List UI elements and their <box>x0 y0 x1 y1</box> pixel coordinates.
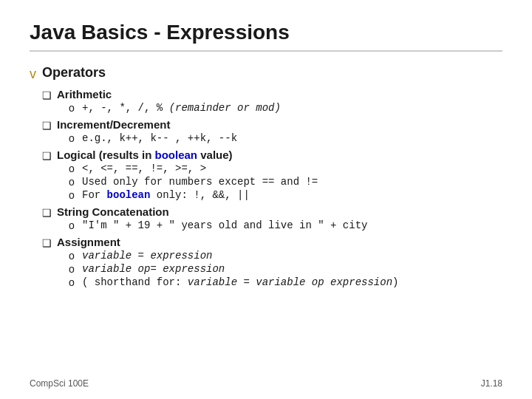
logical-text3: For boolean only: !, &&, || <box>82 189 250 201</box>
logical-o1: o <, <=, ==, !=, >=, > <box>57 163 318 174</box>
o-bullet: o <box>69 102 78 114</box>
string-title: String Concatenation <box>57 205 367 218</box>
logical-text2: Used only for numbers except == and != <box>82 176 318 188</box>
assignment-o1: o variable = expression <box>57 250 398 262</box>
slide-title: Java Basics - Expressions <box>30 21 502 52</box>
assignment-o3: o ( shorthand for: variable = variable o… <box>57 276 398 288</box>
assignment-text2: variable op= expression <box>82 263 225 275</box>
square-bullet-assignment: ❑ <box>42 237 52 249</box>
square-bullet-arithmetic: ❑ <box>42 89 52 101</box>
string-content: String Concatenation o "I'm " + 19 + " y… <box>57 205 367 231</box>
square-bullet-increment: ❑ <box>42 120 52 132</box>
arithmetic-o1: o +, -, *, /, % (remainder or mod) <box>57 102 281 114</box>
increment-item: ❑ Increment/Decrement o e.g., k++, k-- ,… <box>42 118 398 144</box>
increment-text1: e.g., k++, k-- , ++k, --k <box>82 132 237 144</box>
o-bullet-log1: o <box>69 163 78 174</box>
assignment-o2: o variable op= expression <box>57 263 398 275</box>
operators-section: v Operators ❑ Arithmetic o +, -, *, /, %… <box>30 65 502 288</box>
v-bullet: v <box>30 66 36 82</box>
logical-item: ❑ Logical (results in boolean value) o <… <box>42 149 398 201</box>
logical-text1: <, <=, ==, !=, >=, > <box>82 163 206 174</box>
o-bullet-ass3: o <box>69 276 78 288</box>
o-bullet-ass2: o <box>69 263 78 275</box>
operators-content: Operators ❑ Arithmetic o +, -, *, /, % (… <box>42 65 398 288</box>
increment-content: Increment/Decrement o e.g., k++, k-- , +… <box>57 118 237 144</box>
string-o1: o "I'm " + 19 + " years old and live in … <box>57 219 367 231</box>
assignment-content: Assignment o variable = expression o var… <box>57 236 398 288</box>
arithmetic-text1: +, -, *, /, % (remainder or mod) <box>82 102 281 114</box>
string-text1: "I'm " + 19 + " years old and live in " … <box>82 219 367 231</box>
arithmetic-item: ❑ Arithmetic o +, -, *, /, % (remainder … <box>42 88 398 114</box>
increment-title: Increment/Decrement <box>57 118 237 131</box>
logical-o2: o Used only for numbers except == and != <box>57 176 318 188</box>
assignment-item: ❑ Assignment o variable = expression o v… <box>42 236 398 288</box>
assignment-text1: variable = expression <box>82 250 212 262</box>
arithmetic-content: Arithmetic o +, -, *, /, % (remainder or… <box>57 88 281 114</box>
logical-content: Logical (results in boolean value) o <, … <box>57 149 318 201</box>
footer-left: CompSci 100E <box>30 378 89 389</box>
o-bullet-str: o <box>69 219 78 231</box>
square-bullet-logical: ❑ <box>42 150 52 162</box>
footer: CompSci 100E J1.18 <box>30 378 502 389</box>
arithmetic-title: Arithmetic <box>57 88 281 100</box>
string-item: ❑ String Concatenation o "I'm " + 19 + "… <box>42 205 398 231</box>
operators-label: Operators <box>42 65 398 81</box>
logical-title: Logical (results in boolean value) <box>57 149 318 161</box>
assignment-title: Assignment <box>57 236 398 248</box>
slide: Java Basics - Expressions v Operators ❑ … <box>0 0 532 399</box>
o-bullet-inc: o <box>69 132 78 144</box>
square-bullet-string: ❑ <box>42 207 52 219</box>
increment-o1: o e.g., k++, k-- , ++k, --k <box>57 132 237 144</box>
assignment-text3: ( shorthand for: variable = variable op … <box>82 276 398 288</box>
o-bullet-ass1: o <box>69 250 78 262</box>
footer-right: J1.18 <box>481 378 502 389</box>
o-bullet-log3: o <box>69 189 78 201</box>
o-bullet-log2: o <box>69 176 78 188</box>
logical-o3: o For boolean only: !, &&, || <box>57 189 318 201</box>
